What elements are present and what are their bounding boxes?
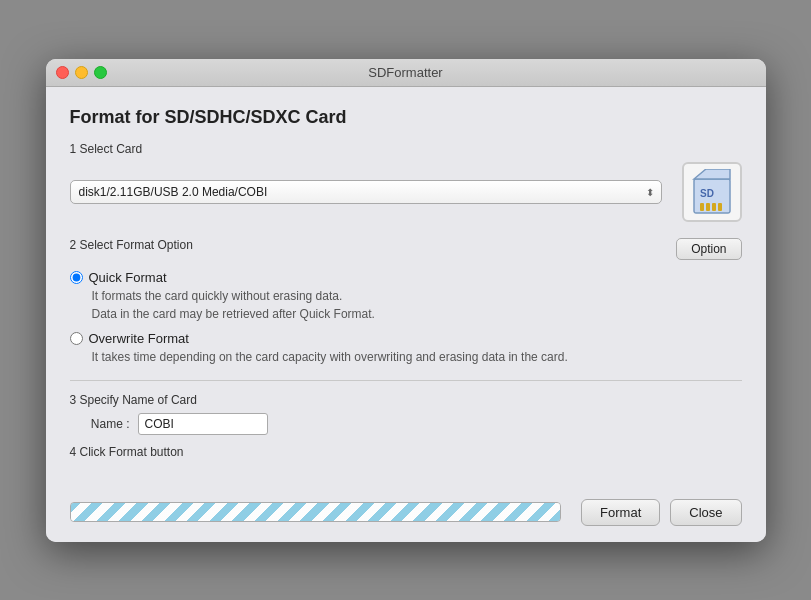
close-dialog-button[interactable]: Close <box>670 499 741 526</box>
overwrite-format-item: Overwrite Format It takes time depending… <box>70 331 742 366</box>
sd-card-icon: SD <box>692 169 732 215</box>
format-options-group: Quick Format It formats the card quickly… <box>70 270 742 366</box>
name-field-label: Name : <box>90 417 130 431</box>
overwrite-format-radio[interactable] <box>70 332 83 345</box>
quick-format-item: Quick Format It formats the card quickly… <box>70 270 742 323</box>
name-row: Name : <box>90 413 742 435</box>
svg-rect-4 <box>712 203 716 211</box>
quick-format-desc1: It formats the card quickly without eras… <box>92 287 742 305</box>
step3-section: 3 Specify Name of Card Name : <box>70 393 742 435</box>
progress-bar <box>71 503 561 521</box>
svg-rect-3 <box>706 203 710 211</box>
card-select-wrapper: disk1/2.11GB/USB 2.0 Media/COBI ⬍ <box>70 180 662 204</box>
format-button[interactable]: Format <box>581 499 660 526</box>
step2-header: 2 Select Format Option Option <box>70 238 742 260</box>
quick-format-desc2: Data in the card may be retrieved after … <box>92 305 742 323</box>
main-window: SDFormatter Format for SD/SDHC/SDXC Card… <box>46 59 766 542</box>
step2-label: 2 Select Format Option <box>70 238 193 252</box>
window-controls <box>56 66 107 79</box>
step3-label: 3 Specify Name of Card <box>70 393 742 407</box>
minimize-button[interactable] <box>75 66 88 79</box>
close-button[interactable] <box>56 66 69 79</box>
divider <box>70 380 742 381</box>
bottom-buttons: Format Close <box>581 499 741 526</box>
option-button[interactable]: Option <box>676 238 741 260</box>
progress-bar-container <box>70 502 562 522</box>
step1-label: 1 Select Card <box>70 142 742 156</box>
overwrite-format-label[interactable]: Overwrite Format <box>70 331 742 346</box>
maximize-button[interactable] <box>94 66 107 79</box>
quick-format-label[interactable]: Quick Format <box>70 270 742 285</box>
overwrite-format-desc: It takes time depending on the card capa… <box>92 348 742 366</box>
bottom-bar: Format Close <box>46 489 766 542</box>
svg-text:SD: SD <box>700 188 714 199</box>
step4-label: 4 Click Format button <box>70 445 742 459</box>
quick-format-radio[interactable] <box>70 271 83 284</box>
svg-rect-5 <box>718 203 722 211</box>
sd-card-icon-box: SD <box>682 162 742 222</box>
svg-marker-1 <box>694 169 730 179</box>
titlebar: SDFormatter <box>46 59 766 87</box>
window-title: SDFormatter <box>368 65 442 80</box>
main-content: Format for SD/SDHC/SDXC Card 1 Select Ca… <box>46 87 766 489</box>
card-name-input[interactable] <box>138 413 268 435</box>
svg-rect-2 <box>700 203 704 211</box>
card-select[interactable]: disk1/2.11GB/USB 2.0 Media/COBI <box>70 180 662 204</box>
card-selector-row: disk1/2.11GB/USB 2.0 Media/COBI ⬍ <box>70 162 742 222</box>
page-title: Format for SD/SDHC/SDXC Card <box>70 107 742 128</box>
